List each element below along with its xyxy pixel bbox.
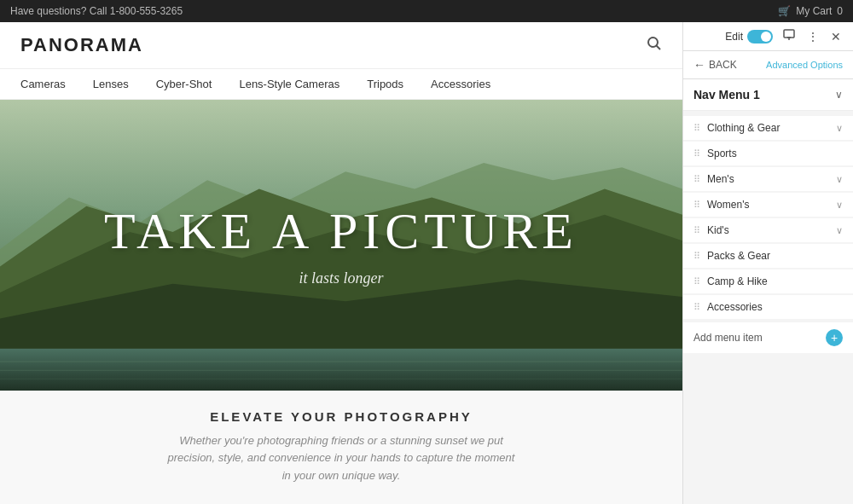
menu-item-accessories[interactable]: ⠿ Accessories bbox=[683, 295, 853, 319]
menu-item-label: Kid's bbox=[707, 224, 729, 236]
hero-title: TAKE A PICTURE bbox=[104, 202, 578, 261]
desktop-icon[interactable] bbox=[780, 27, 798, 45]
nav-menu-title-text: Nav Menu 1 bbox=[693, 88, 760, 101]
menu-item-clothing-gear[interactable]: ⠿ Clothing & Gear ∨ bbox=[683, 116, 853, 140]
expand-icon[interactable]: ∨ bbox=[836, 123, 843, 134]
right-panel: Edit ⋮ ✕ ← BACK bbox=[682, 22, 853, 504]
menu-item-label: Accessories bbox=[707, 301, 763, 313]
add-menu-item-row[interactable]: Add menu item + bbox=[683, 322, 853, 353]
top-bar: Have questions? Call 1-800-555-3265 🛒 My… bbox=[0, 0, 853, 22]
hero-section: TAKE A PICTURE it lasts longer bbox=[0, 100, 682, 391]
website-area: PANORAMA Cameras Lenses Cyber-Shot Lens-… bbox=[0, 22, 682, 504]
nav-lenses[interactable]: Lenses bbox=[93, 69, 129, 99]
site-logo: PANORAMA bbox=[20, 34, 143, 56]
below-hero-section: ELEVATE YOUR PHOTOGRAPHY Whether you're … bbox=[0, 391, 682, 504]
edit-label: Edit bbox=[725, 31, 743, 43]
advanced-options-link[interactable]: Advanced Options bbox=[766, 60, 843, 70]
menu-item-label: Women's bbox=[707, 199, 749, 211]
add-menu-label: Add menu item bbox=[693, 332, 763, 344]
menu-item-kids[interactable]: ⠿ Kid's ∨ bbox=[683, 218, 853, 242]
back-label: BACK bbox=[709, 59, 737, 71]
menu-item-camp-hike[interactable]: ⠿ Camp & Hike bbox=[683, 269, 853, 293]
menu-items-list: ⠿ Clothing & Gear ∨ ⠿ Sports ⠿ Men's ∨ bbox=[683, 111, 853, 504]
menu-item-sports[interactable]: ⠿ Sports bbox=[683, 142, 853, 165]
nav-cybershot[interactable]: Cyber-Shot bbox=[156, 69, 212, 99]
drag-handle-icon: ⠿ bbox=[693, 302, 700, 313]
edit-toggle[interactable]: Edit bbox=[725, 30, 773, 43]
expand-icon[interactable]: ∨ bbox=[836, 225, 843, 236]
expand-icon[interactable]: ∨ bbox=[836, 200, 843, 211]
svg-line-1 bbox=[657, 46, 661, 50]
back-button[interactable]: ← BACK bbox=[693, 58, 737, 72]
menu-item-label: Sports bbox=[707, 148, 737, 159]
cart-label: My Cart bbox=[796, 5, 832, 17]
panel-header: ← BACK Advanced Options bbox=[683, 51, 853, 79]
site-nav: Cameras Lenses Cyber-Shot Lens-Style Cam… bbox=[0, 69, 682, 100]
hero-subtitle: it lasts longer bbox=[299, 269, 383, 287]
drag-handle-icon: ⠿ bbox=[693, 200, 700, 211]
expand-icon[interactable]: ∨ bbox=[836, 174, 843, 185]
cart-icon: 🛒 bbox=[778, 5, 791, 17]
cart-button[interactable]: 🛒 My Cart 0 bbox=[778, 5, 843, 17]
menu-item-label: Packs & Gear bbox=[707, 250, 770, 262]
below-hero-text: Whether you're photographing friends or … bbox=[162, 432, 520, 485]
toggle-knob bbox=[761, 32, 771, 42]
menu-item-label: Camp & Hike bbox=[707, 275, 768, 287]
main-layout: PANORAMA Cameras Lenses Cyber-Shot Lens-… bbox=[0, 22, 853, 504]
menu-item-label: Men's bbox=[707, 173, 734, 185]
toolbar-icons: ⋮ ✕ bbox=[780, 27, 844, 45]
drag-handle-icon: ⠿ bbox=[693, 123, 700, 134]
menu-item-mens[interactable]: ⠿ Men's ∨ bbox=[683, 167, 853, 191]
menu-item-womens[interactable]: ⠿ Women's ∨ bbox=[683, 193, 853, 217]
drag-handle-icon: ⠿ bbox=[693, 276, 700, 287]
nav-lens-style[interactable]: Lens-Style Cameras bbox=[239, 69, 339, 99]
nav-cameras[interactable]: Cameras bbox=[20, 69, 66, 99]
toggle-switch[interactable] bbox=[747, 30, 773, 43]
add-menu-plus-button[interactable]: + bbox=[826, 329, 843, 346]
contact-text: Have questions? Call 1-800-555-3265 bbox=[10, 5, 183, 17]
cart-count: 0 bbox=[837, 5, 843, 17]
drag-handle-icon: ⠿ bbox=[693, 174, 700, 185]
below-hero-title: ELEVATE YOUR PHOTOGRAPHY bbox=[17, 409, 665, 424]
drag-handle-icon: ⠿ bbox=[693, 225, 700, 236]
site-header: PANORAMA bbox=[0, 22, 682, 69]
svg-point-0 bbox=[648, 38, 658, 47]
dots-icon[interactable]: ⋮ bbox=[804, 28, 822, 45]
back-arrow-icon: ← bbox=[693, 58, 705, 72]
nav-accessories[interactable]: Accessories bbox=[431, 69, 490, 99]
close-icon[interactable]: ✕ bbox=[827, 28, 844, 45]
search-button[interactable] bbox=[647, 36, 662, 55]
panel-toolbar: Edit ⋮ ✕ bbox=[683, 22, 853, 51]
nav-tripods[interactable]: Tripods bbox=[367, 69, 403, 99]
nav-menu-title-row: Nav Menu 1 ∨ bbox=[683, 79, 853, 111]
nav-menu-chevron[interactable]: ∨ bbox=[835, 89, 843, 101]
svg-rect-11 bbox=[784, 30, 794, 38]
hero-overlay: TAKE A PICTURE it lasts longer bbox=[0, 100, 682, 391]
menu-item-packs-gear[interactable]: ⠿ Packs & Gear bbox=[683, 244, 853, 268]
drag-handle-icon: ⠿ bbox=[693, 251, 700, 262]
drag-handle-icon: ⠿ bbox=[693, 148, 700, 159]
menu-item-label: Clothing & Gear bbox=[707, 122, 780, 134]
